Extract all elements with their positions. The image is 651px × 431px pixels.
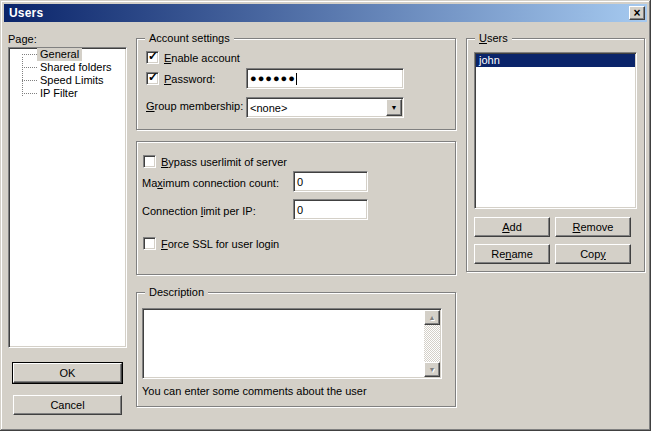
- chevron-down-icon: ▼: [391, 104, 398, 111]
- scroll-down-icon: ▼: [429, 366, 436, 373]
- page-list-label: Page:: [8, 33, 37, 45]
- user-list-item[interactable]: john: [476, 54, 635, 67]
- max-connection-count-value: 0: [297, 176, 303, 188]
- dropdown-button[interactable]: ▼: [386, 99, 402, 116]
- connection-limit-per-ip-label: Connection limit per IP:: [142, 205, 256, 217]
- scroll-up-button[interactable]: ▲: [424, 310, 440, 325]
- titlebar[interactable]: Users ×: [4, 4, 647, 22]
- description-textarea[interactable]: ▲ ▼: [142, 308, 442, 379]
- rename-button-label: Rename: [491, 248, 533, 260]
- tree-branch-line: [22, 54, 37, 55]
- tree-item-shared-folders[interactable]: Shared folders: [9, 61, 126, 74]
- add-button-label: Add: [502, 221, 522, 233]
- connection-limit-per-ip-input[interactable]: 0: [293, 199, 368, 220]
- max-connection-count-input[interactable]: 0: [293, 171, 368, 192]
- password-label[interactable]: Password:: [164, 73, 215, 85]
- copy-button[interactable]: Copy: [555, 244, 631, 264]
- account-settings-title: Account settings: [145, 32, 234, 44]
- window-title: Users: [9, 6, 43, 20]
- bypass-userlimit-checkbox[interactable]: ✓: [143, 155, 156, 168]
- tree-item-speed-limits[interactable]: Speed Limits: [9, 74, 126, 87]
- cancel-button-label: Cancel: [50, 399, 84, 411]
- tree-item-general[interactable]: General: [9, 48, 126, 61]
- users-dialog: Users × Page: General Shared folders Spe…: [0, 0, 651, 431]
- cancel-button[interactable]: Cancel: [13, 395, 122, 415]
- remove-button[interactable]: Remove: [555, 217, 631, 237]
- group-membership-select[interactable]: <none> ▼: [246, 97, 404, 118]
- enable-account-label[interactable]: Enable account: [164, 52, 240, 64]
- bypass-userlimit-label[interactable]: Bypass userlimit of server: [161, 156, 287, 168]
- users-listbox[interactable]: john: [474, 52, 637, 209]
- remove-button-label: Remove: [573, 221, 614, 233]
- tree-branch-line: [22, 67, 37, 68]
- tree-branch-line: [22, 80, 37, 81]
- copy-button-label: Copy: [580, 248, 606, 260]
- add-button[interactable]: Add: [474, 217, 550, 237]
- password-input[interactable]: ●●●●●●: [246, 68, 404, 89]
- enable-account-checkbox[interactable]: ✓: [146, 51, 159, 64]
- text-caret: [296, 73, 297, 85]
- tree-item-label[interactable]: General: [37, 48, 82, 61]
- ok-button-label: OK: [60, 367, 76, 379]
- page-tree[interactable]: General Shared folders Speed Limits IP F…: [8, 47, 127, 348]
- password-checkbox[interactable]: ✓: [146, 72, 159, 85]
- force-ssl-checkbox[interactable]: ✓: [143, 237, 156, 250]
- rename-button[interactable]: Rename: [474, 244, 550, 264]
- scroll-down-button[interactable]: ▼: [424, 362, 440, 377]
- max-connection-count-label: Maximum connection count:: [142, 177, 279, 189]
- description-scrollbar[interactable]: ▲ ▼: [424, 310, 440, 377]
- tree-item-label[interactable]: Shared folders: [37, 61, 115, 74]
- force-ssl-label[interactable]: Force SSL for user login: [161, 238, 279, 250]
- ok-button[interactable]: OK: [13, 363, 122, 383]
- tree-branch-line: [22, 93, 37, 94]
- close-button[interactable]: ×: [629, 6, 645, 20]
- description-title: Description: [145, 286, 208, 298]
- close-icon: ×: [633, 8, 640, 18]
- group-membership-value: <none>: [250, 102, 287, 114]
- tree-item-ip-filter[interactable]: IP Filter: [9, 87, 126, 100]
- password-value: ●●●●●●: [250, 73, 296, 84]
- description-hint: You can enter some comments about the us…: [142, 385, 367, 397]
- tree-item-label[interactable]: IP Filter: [37, 87, 81, 100]
- check-icon: ✓: [148, 71, 158, 84]
- users-group-title: Users: [475, 32, 512, 44]
- scroll-up-icon: ▲: [429, 314, 436, 321]
- group-membership-label: Group membership:: [146, 100, 243, 112]
- connection-limit-per-ip-value: 0: [297, 204, 303, 216]
- check-icon: ✓: [148, 50, 158, 63]
- tree-item-label[interactable]: Speed Limits: [37, 74, 107, 87]
